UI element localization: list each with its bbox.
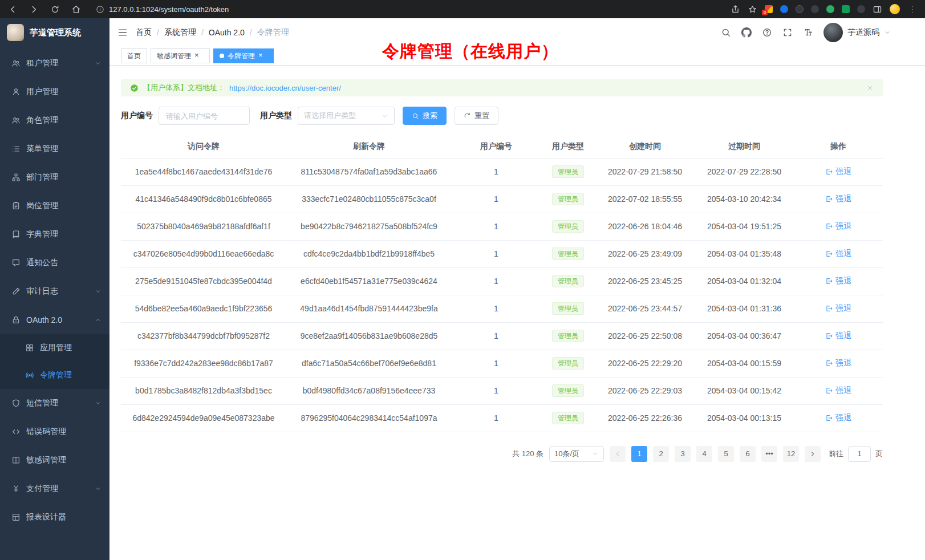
- tab-token[interactable]: 令牌管理×: [213, 48, 274, 63]
- force-logout-button[interactable]: 强退: [825, 358, 851, 368]
- force-logout-button[interactable]: 强退: [825, 221, 851, 232]
- sidebar-item-oauth2-app[interactable]: 应用管理: [0, 334, 109, 362]
- action-cell: 强退: [794, 213, 883, 240]
- tab-label: 敏感词管理: [157, 51, 191, 61]
- user-type-cell: 管理员: [541, 350, 595, 377]
- chevron-right-icon: [809, 450, 817, 458]
- font-size-icon[interactable]: [803, 27, 813, 38]
- token-icon: [25, 371, 34, 380]
- page-button-2[interactable]: 2: [653, 446, 669, 462]
- table-row: 41c41346a548490f9dc8b01c6bfe0865333ecfc7…: [121, 185, 883, 213]
- user-menu[interactable]: 芋道源码: [823, 23, 891, 42]
- sidebar-item-post[interactable]: 岗位管理: [0, 192, 109, 220]
- close-icon[interactable]: [866, 84, 874, 92]
- user-type-select[interactable]: 请选择用户类型: [298, 107, 395, 125]
- app-logo[interactable]: 芋道管理系统: [0, 18, 109, 47]
- profile-avatar-icon[interactable]: [890, 4, 900, 14]
- sidebar-item-audit-log[interactable]: 审计日志: [0, 277, 109, 306]
- home-icon[interactable]: [71, 5, 81, 14]
- force-logout-button[interactable]: 强退: [825, 276, 851, 286]
- force-logout-button[interactable]: 强退: [825, 194, 851, 204]
- force-logout-button[interactable]: 强退: [825, 331, 851, 341]
- extension-icon[interactable]: [811, 5, 819, 13]
- page-button-12[interactable]: 12: [783, 446, 799, 462]
- extension-icon[interactable]: [796, 5, 804, 13]
- page-button-1[interactable]: 1: [631, 446, 647, 462]
- sidebar-item-role[interactable]: 角色管理: [0, 106, 109, 135]
- sidebar-item-menu[interactable]: 菜单管理: [0, 135, 109, 163]
- github-icon[interactable]: [741, 27, 752, 38]
- page-button-4[interactable]: 4: [696, 446, 712, 462]
- doc-link[interactable]: https://doc.iocoder.cn/user-center/: [229, 84, 341, 92]
- page-size-select[interactable]: 10条/页: [549, 446, 604, 462]
- sidebar-item-tenant[interactable]: 租户管理: [0, 49, 109, 78]
- user-type-badge: 管理员: [552, 384, 584, 397]
- user-type-label: 用户类型: [260, 111, 292, 121]
- sidebar-item-notice[interactable]: 通知公告: [0, 249, 109, 277]
- create-time-cell: 2022-07-29 21:58:50: [595, 158, 695, 185]
- fullscreen-icon[interactable]: [782, 27, 793, 38]
- sidebar-item-sensitive-word[interactable]: 敏感词管理: [0, 446, 109, 474]
- page-button-3[interactable]: 3: [675, 446, 691, 462]
- pagination-more[interactable]: •••: [761, 446, 777, 462]
- sidebar-item-sms[interactable]: 短信管理: [0, 389, 109, 417]
- force-logout-button[interactable]: 强退: [825, 303, 851, 314]
- goto-label: 前往: [829, 449, 843, 459]
- back-icon[interactable]: [8, 5, 18, 14]
- browser-menu-icon[interactable]: [907, 5, 917, 14]
- breadcrumb-item[interactable]: 系统管理: [164, 27, 196, 38]
- reload-icon[interactable]: [50, 5, 60, 14]
- force-logout-button[interactable]: 强退: [825, 385, 851, 396]
- next-page-button[interactable]: [805, 446, 821, 462]
- sidebar-item-label: 通知公告: [26, 258, 102, 268]
- sidebar-item-pay[interactable]: 支付管理: [0, 474, 109, 503]
- sidebar-item-dept[interactable]: 部门管理: [0, 163, 109, 192]
- extension-icon[interactable]: [842, 5, 850, 13]
- extension-icon[interactable]: [826, 5, 834, 13]
- close-tab-icon[interactable]: ×: [194, 51, 204, 60]
- side-panel-icon[interactable]: [873, 5, 882, 14]
- user-type-placeholder: 请选择用户类型: [304, 111, 356, 121]
- action-cell: 强退: [794, 240, 883, 267]
- force-logout-button[interactable]: 强退: [825, 413, 851, 423]
- sidebar-item-report-designer[interactable]: 报表设计器: [0, 503, 109, 531]
- close-tab-icon[interactable]: ×: [258, 51, 267, 60]
- sidebar-item-user[interactable]: 用户管理: [0, 78, 109, 106]
- sidebar-item-error-code[interactable]: 错误码管理: [0, 417, 109, 446]
- address-bar[interactable]: 127.0.0.1:1024/system/oauth2/token: [96, 5, 731, 14]
- force-logout-button[interactable]: 强退: [825, 249, 851, 259]
- reset-button[interactable]: 重置: [455, 107, 498, 125]
- page-button-6[interactable]: 6: [740, 446, 756, 462]
- sidebar-item-dict[interactable]: 字典管理: [0, 220, 109, 249]
- prev-page-button[interactable]: [610, 446, 626, 462]
- sidebar-item-label: 令牌管理: [40, 370, 102, 380]
- sidebar-item-label: OAuth 2.0: [26, 315, 95, 324]
- share-icon[interactable]: [731, 5, 740, 14]
- extension-icon[interactable]: [857, 5, 865, 13]
- breadcrumb-item[interactable]: 首页: [136, 27, 152, 38]
- sidebar-item-oauth2[interactable]: OAuth 2.0: [0, 306, 109, 334]
- site-info-icon[interactable]: [96, 5, 104, 14]
- extension-icon[interactable]: [780, 5, 788, 13]
- extension-icon[interactable]: 0: [765, 5, 773, 13]
- goto-page-input[interactable]: [848, 446, 871, 462]
- sidebar-item-label: 短信管理: [26, 398, 95, 408]
- help-icon[interactable]: [762, 27, 772, 38]
- bookmark-star-icon[interactable]: [748, 5, 757, 14]
- table-row: 502375b8040a469a9b82188afdf6af1fbe90422b…: [121, 213, 883, 240]
- breadcrumb-item: 令牌管理: [257, 27, 289, 38]
- sensitive-icon: [11, 456, 21, 465]
- page-button-5[interactable]: 5: [718, 446, 734, 462]
- tab-sensitive-word[interactable]: 敏感词管理×: [151, 48, 210, 63]
- breadcrumb-item[interactable]: OAuth 2.0: [209, 28, 245, 37]
- sidebar-item-oauth2-token[interactable]: 令牌管理: [0, 362, 109, 389]
- sidebar-item-label: 字典管理: [26, 229, 102, 240]
- force-logout-button[interactable]: 强退: [825, 167, 851, 177]
- search-button[interactable]: 搜索: [403, 107, 447, 125]
- expire-time-cell: 2054-03-04 01:35:48: [695, 240, 794, 267]
- user-id-input[interactable]: [159, 107, 250, 125]
- forward-icon[interactable]: [29, 5, 39, 14]
- search-icon[interactable]: [721, 27, 731, 38]
- hamburger-icon[interactable]: [117, 27, 128, 38]
- tab-home[interactable]: 首页: [121, 48, 147, 63]
